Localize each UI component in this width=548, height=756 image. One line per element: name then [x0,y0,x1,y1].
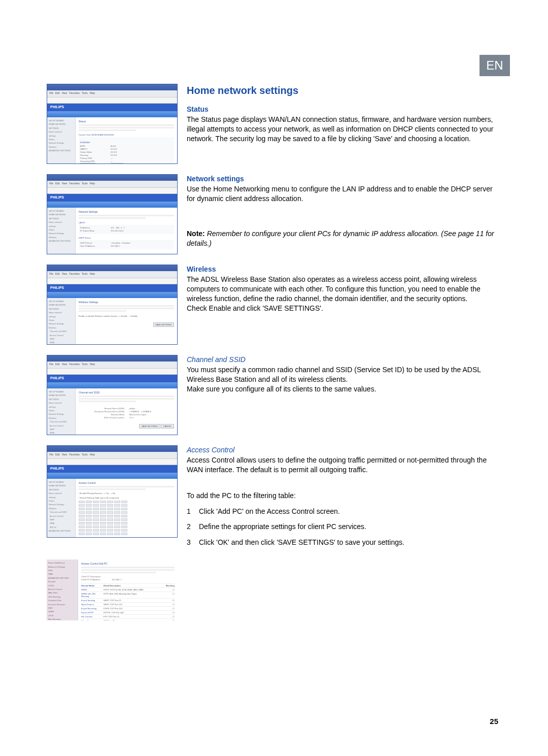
screenshot-wireless: FileEditViewFavoritesToolsHelp PHILIPS S… [47,265,178,345]
sidebar: SETUP WIZARDHOME NETWORKSETTINGS Home ne… [47,117,76,164]
screenshot-channel: FileEditViewFavoritesToolsHelp PHILIPS S… [47,355,178,435]
wireless-body: The ADSL Wireless Base Station also oper… [187,275,500,304]
page-title: Home network settings [187,84,500,97]
section-channel: FileEditViewFavoritesToolsHelp PHILIPS S… [47,355,500,435]
page-content: FileEditViewFavoritesToolsHelp PHILIPS S… [47,84,500,631]
screenshot-access: FileEditViewFavoritesToolsHelp PHILIPS S… [47,445,178,538]
access-heading: Access Control [187,445,500,455]
screenshot-network: FileEditViewFavoritesToolsHelp PHILIPS S… [47,174,178,254]
section-network: FileEditViewFavoritesToolsHelp PHILIPS S… [47,174,500,254]
access-steps: 1Click 'Add PC' on the Access Control sc… [187,507,500,548]
section-access: FileEditViewFavoritesToolsHelp PHILIPS S… [47,445,500,553]
channel-body: You must specify a common radio channel … [187,365,500,384]
access-body: Access Control allows users to define th… [187,455,500,475]
network-heading: Network settings [187,174,500,184]
access-intro: To add the PC to the filtering table: [187,491,500,501]
status-body: The Status page displays WAN/LAN connect… [187,115,500,144]
language-tab: EN [480,55,510,76]
section-status: FileEditViewFavoritesToolsHelp PHILIPS S… [47,84,500,164]
brand-logo: PHILIPS [47,104,177,111]
network-body: Use the Home Networking menu to configur… [187,184,500,204]
screenshot-addpc: Router WebServerAdvanced Settings DNSWAN… [47,560,178,620]
status-heading: Status [187,105,500,114]
wireless-body2: Check Enable and click 'SAVE SETTINGS'. [187,304,500,313]
section-addpc: Router WebServerAdvanced Settings DNSWAN… [47,560,500,620]
channel-body2: Make sure you configure all of its clien… [187,384,500,394]
wireless-heading: Wireless [187,265,500,274]
section-wireless: FileEditViewFavoritesToolsHelp PHILIPS S… [47,265,500,345]
channel-heading: Channel and SSID [187,355,500,365]
page-number: 25 [490,717,498,726]
network-note: Note: Remember to configure your client … [187,229,500,248]
screenshot-status: FileEditViewFavoritesToolsHelp PHILIPS S… [47,84,178,164]
